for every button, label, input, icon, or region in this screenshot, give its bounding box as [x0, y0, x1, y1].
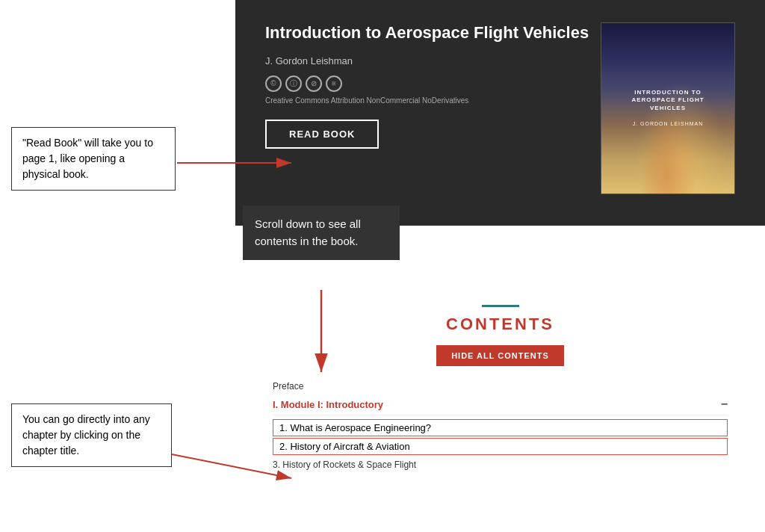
book-author: J. Gordon Leishman — [265, 55, 601, 66]
book-info: Introduction to Aerospace Flight Vehicle… — [265, 22, 601, 149]
chapter-1-label: 1. What is Aerospace Engineering? — [279, 422, 431, 433]
chapter-2-label: 2. History of Aircraft & Aviation — [279, 441, 410, 452]
contents-divider — [482, 305, 519, 307]
annotation-read-book: "Read Book" will take you to page 1, lik… — [11, 127, 176, 191]
chapter-3-item[interactable]: 3. History of Rockets & Space Flight — [273, 457, 728, 473]
left-annotation-panel: "Read Book" will take you to page 1, lik… — [0, 0, 235, 532]
preface-item[interactable]: Preface — [273, 381, 728, 392]
book-cover-title: INTRODUCTION TOAEROSPACE FLIGHTVEHICLES … — [631, 89, 704, 128]
read-book-button[interactable]: READ BOOK — [265, 120, 379, 149]
nc-icon: ⊘ — [306, 75, 322, 92]
book-cover: INTRODUCTION TOAEROSPACE FLIGHTVEHICLES … — [601, 22, 735, 194]
hide-all-contents-button[interactable]: HIDE ALL CONTENTS — [436, 345, 564, 366]
book-title: Introduction to Aerospace Flight Vehicle… — [265, 22, 601, 44]
module-1-label: I. Module I: Introductory — [273, 399, 383, 410]
license-icons: © ⓘ ⊘ ≡ — [265, 75, 601, 92]
nd-icon: ≡ — [326, 75, 342, 92]
module-1-header[interactable]: I. Module I: Introductory − — [273, 398, 728, 415]
annotation-chapter-nav: You can go directly into any chapter by … — [11, 403, 172, 467]
annotation-scroll-down: Scroll down to see all contents in the b… — [243, 205, 400, 260]
annotation-read-book-text: "Read Book" will take you to page 1, lik… — [22, 137, 153, 180]
by-icon: ⓘ — [285, 75, 302, 92]
collapse-icon: − — [721, 398, 728, 411]
license-text: Creative Commons Attribution NonCommerci… — [265, 96, 601, 105]
cc-icon: © — [265, 75, 282, 92]
contents-title: CONTENTS — [273, 315, 728, 334]
contents-section: CONTENTS HIDE ALL CONTENTS Preface I. Mo… — [235, 290, 765, 532]
book-header: Introduction to Aerospace Flight Vehicle… — [235, 0, 765, 226]
annotation-scroll-text: Scroll down to see all contents in the b… — [255, 217, 361, 247]
book-cover-content: INTRODUCTION TOAEROSPACE FLIGHTVEHICLES … — [601, 23, 734, 194]
chapter-2-item[interactable]: 2. History of Aircraft & Aviation — [273, 438, 728, 455]
main-content: Introduction to Aerospace Flight Vehicle… — [235, 0, 765, 532]
contents-list: Preface I. Module I: Introductory − 1. W… — [273, 381, 728, 473]
annotation-chapter-nav-text: You can go directly into any chapter by … — [22, 413, 150, 457]
chapter-1-item[interactable]: 1. What is Aerospace Engineering? — [273, 419, 728, 436]
chapter-3-label: 3. History of Rockets & Space Flight — [273, 460, 416, 470]
